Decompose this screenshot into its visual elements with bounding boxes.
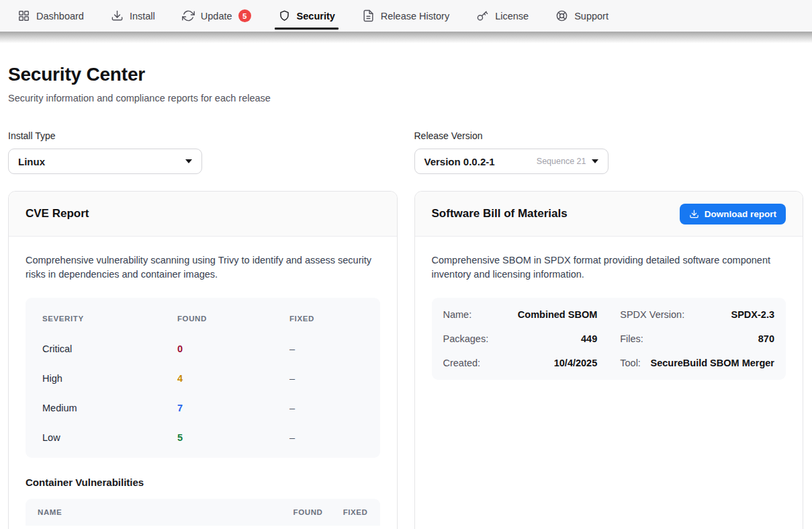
severity-table-header: SEVERITY FOUND FIXED <box>26 303 380 334</box>
release-version-select[interactable]: Version 0.0.2-1 Sequence 21 <box>414 149 608 174</box>
install-type-select[interactable]: Linux <box>8 149 202 174</box>
nav-label: Update <box>201 11 232 22</box>
nav-shadow-divider <box>0 32 812 43</box>
filters-row: Install Type Linux Release Version Versi… <box>8 130 803 174</box>
detail-label: Packages: <box>443 333 489 344</box>
found-count: 5 <box>177 432 289 443</box>
table-row-low: Low 5 – <box>26 423 380 452</box>
install-type-filter: Install Type Linux <box>8 130 398 174</box>
nav-label: License <box>495 11 529 22</box>
severity-label: Low <box>42 432 177 443</box>
sbom-description: Comprehensive SBOM in SPDX format provid… <box>432 253 786 282</box>
download-icon <box>111 9 124 22</box>
detail-value: 10/4/2025 <box>554 358 598 368</box>
column-header-found: FOUND <box>177 315 289 323</box>
detail-value: SPDX-2.3 <box>731 309 774 320</box>
nav-tab-support[interactable]: Support <box>547 0 617 32</box>
fixed-count: – <box>289 432 363 443</box>
sbom-details-panel: Name: Combined SBOM SPDX Version: SPDX-2… <box>432 298 786 380</box>
fixed-count: – <box>289 343 363 354</box>
detail-value: SecureBuild SBOM Merger <box>650 358 774 368</box>
nav-label: Support <box>574 11 608 22</box>
page-title: Security Center <box>8 64 803 85</box>
nav-tab-install[interactable]: Install <box>102 0 164 32</box>
detail-value: 449 <box>581 333 597 344</box>
sbom-detail-spdx-version: SPDX Version: SPDX-2.3 <box>608 302 786 327</box>
cve-report-card: CVE Report Comprehensive vulnerability s… <box>8 191 398 529</box>
detail-label: Files: <box>620 333 643 344</box>
found-count: 4 <box>177 373 289 384</box>
install-type-label: Install Type <box>8 130 398 141</box>
nav-label: Install <box>130 11 155 22</box>
nav-tab-security[interactable]: Security <box>269 0 344 32</box>
severity-label: High <box>42 373 177 384</box>
release-sequence-label: Sequence 21 <box>537 157 586 166</box>
container-vulnerabilities-title: Container Vulnerabilities <box>26 477 380 488</box>
cve-report-header: CVE Report <box>9 192 397 237</box>
fixed-count: – <box>289 403 363 413</box>
sbom-detail-tool: Tool: SecureBuild SBOM Merger <box>608 351 786 375</box>
release-version-value: Version 0.0.2-1 <box>424 156 495 167</box>
install-type-value: Linux <box>18 156 45 167</box>
shield-icon <box>278 9 291 22</box>
key-icon <box>476 9 489 22</box>
table-row-medium: Medium 7 – <box>26 393 380 423</box>
download-report-label: Download report <box>705 209 776 219</box>
life-buoy-icon <box>555 9 568 22</box>
sbom-detail-created: Created: 10/4/2025 <box>432 351 609 375</box>
update-count-badge: 5 <box>238 9 251 22</box>
document-icon <box>362 9 375 22</box>
column-header-fixed: FIXED <box>323 508 368 516</box>
fixed-count: – <box>289 373 363 384</box>
sbom-title: Software Bill of Materials <box>432 207 568 220</box>
severity-table: SEVERITY FOUND FIXED Critical 0 – High 4… <box>26 298 380 458</box>
found-count: 0 <box>177 343 289 354</box>
sbom-detail-files: Files: 870 <box>608 327 786 351</box>
refresh-icon <box>182 9 195 22</box>
sbom-detail-packages: Packages: 449 <box>432 327 609 351</box>
chevron-down-icon <box>592 159 598 163</box>
dashboard-icon <box>17 9 30 22</box>
release-version-filter: Release Version Version 0.0.2-1 Sequence… <box>414 130 804 174</box>
detail-value: 870 <box>758 333 774 344</box>
detail-label: Name: <box>443 309 472 320</box>
release-version-label: Release Version <box>414 130 804 141</box>
column-header-severity: SEVERITY <box>42 315 177 323</box>
column-header-found: FOUND <box>264 508 323 516</box>
detail-label: Created: <box>443 358 481 368</box>
table-row-high: High 4 – <box>26 364 380 393</box>
sbom-card: Software Bill of Materials Download repo… <box>414 191 804 529</box>
cve-report-description: Comprehensive vulnerability scanning usi… <box>26 253 380 282</box>
download-icon <box>689 209 699 219</box>
nav-tab-update[interactable]: Update 5 <box>173 0 260 32</box>
cve-report-title: CVE Report <box>26 207 89 220</box>
nav-tab-release-history[interactable]: Release History <box>353 0 458 32</box>
page-subtitle: Security information and compliance repo… <box>8 93 803 104</box>
sbom-detail-name: Name: Combined SBOM <box>432 302 609 327</box>
nav-label: Release History <box>381 11 449 22</box>
column-header-name: NAME <box>38 508 264 516</box>
detail-value: Combined SBOM <box>518 309 597 320</box>
column-header-fixed: FIXED <box>289 315 363 323</box>
download-report-button[interactable]: Download report <box>680 204 786 225</box>
severity-label: Medium <box>42 403 177 413</box>
chevron-down-icon <box>185 159 192 163</box>
container-vulnerabilities-table-header: NAME FOUND FIXED <box>26 499 380 526</box>
nav-tab-dashboard[interactable]: Dashboard <box>9 0 93 32</box>
table-row-critical: Critical 0 – <box>26 334 380 364</box>
detail-label: Tool: <box>620 358 641 368</box>
top-navigation: Dashboard Install Update 5 Security Rele… <box>0 0 812 32</box>
nav-label: Security <box>297 11 335 22</box>
severity-label: Critical <box>42 343 177 354</box>
nav-tab-license[interactable]: License <box>467 0 537 32</box>
found-count: 7 <box>177 403 289 413</box>
sbom-header: Software Bill of Materials Download repo… <box>415 192 803 237</box>
nav-label: Dashboard <box>36 11 84 22</box>
detail-label: SPDX Version: <box>620 309 684 320</box>
